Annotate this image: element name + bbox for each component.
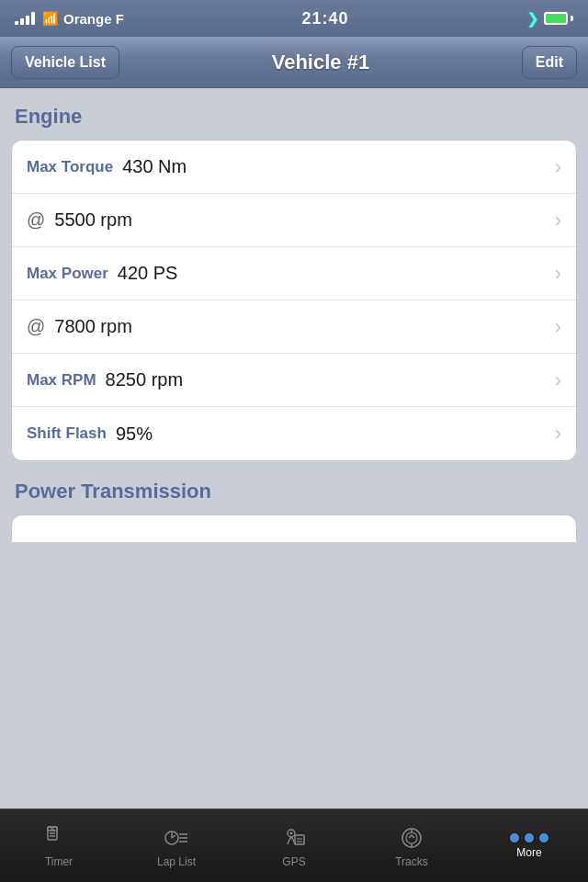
max-rpm-value: 8250 rpm bbox=[106, 369, 184, 390]
at-symbol: @ bbox=[27, 316, 45, 337]
shift-flash-label: Shift Flash bbox=[27, 424, 107, 443]
timer-tab-label: Timer bbox=[45, 855, 73, 868]
chevron-right-icon: › bbox=[555, 262, 561, 286]
chevron-right-icon: › bbox=[555, 155, 561, 179]
shift-flash-value: 95% bbox=[116, 424, 153, 445]
chevron-right-icon: › bbox=[555, 422, 561, 446]
max-power-value: 420 PS bbox=[118, 263, 178, 284]
max-torque-row[interactable]: Max Torque 430 Nm › bbox=[12, 141, 576, 194]
chevron-right-icon: › bbox=[555, 209, 561, 232]
content-area: Engine Max Torque 430 Nm › @ 5500 rpm › … bbox=[0, 88, 588, 808]
power-card-partial bbox=[11, 514, 577, 542]
power-rpm-row[interactable]: @ 7800 rpm › bbox=[12, 300, 576, 354]
power-rpm-value: 7800 rpm bbox=[54, 316, 132, 337]
tab-tracks[interactable]: Tracks bbox=[353, 809, 470, 882]
svg-rect-14 bbox=[295, 835, 304, 844]
max-rpm-row[interactable]: Max RPM 8250 rpm › bbox=[12, 354, 576, 407]
chevron-right-icon: › bbox=[555, 368, 561, 392]
status-time: 21:40 bbox=[301, 9, 348, 28]
torque-rpm-value: 5500 rpm bbox=[54, 209, 132, 231]
battery-indicator bbox=[544, 12, 573, 25]
max-torque-label: Max Torque bbox=[27, 158, 113, 176]
row-left: Shift Flash 95% bbox=[27, 424, 153, 445]
timer-icon bbox=[45, 824, 73, 852]
gps-icon bbox=[280, 824, 308, 852]
torque-rpm-row[interactable]: @ 5500 rpm › bbox=[12, 194, 576, 247]
row-left: Max Torque 430 Nm bbox=[27, 156, 187, 177]
tab-laplist[interactable]: Lap List bbox=[118, 809, 235, 882]
tracks-icon bbox=[398, 824, 425, 852]
tab-more[interactable]: More bbox=[470, 809, 588, 882]
svg-rect-4 bbox=[48, 827, 51, 831]
row-left: @ 5500 rpm bbox=[27, 209, 132, 231]
back-button[interactable]: Vehicle List bbox=[11, 46, 119, 79]
location-icon: ❯ bbox=[526, 10, 538, 28]
gps-tab-label: GPS bbox=[282, 855, 305, 868]
engine-card: Max Torque 430 Nm › @ 5500 rpm › Max Pow… bbox=[11, 140, 577, 461]
svg-point-13 bbox=[290, 831, 293, 834]
laplist-tab-label: Lap List bbox=[157, 855, 196, 868]
status-right: ❯ bbox=[526, 10, 573, 28]
status-left: 📶 Orange F bbox=[15, 11, 124, 27]
more-dots-icon bbox=[510, 833, 548, 842]
tab-bar: Timer Lap List GPS bbox=[0, 808, 588, 882]
shift-flash-row[interactable]: Shift Flash 95% › bbox=[12, 407, 576, 460]
wifi-icon: 📶 bbox=[42, 11, 58, 26]
tracks-tab-label: Tracks bbox=[395, 855, 428, 868]
max-torque-value: 430 Nm bbox=[122, 156, 187, 177]
carrier-name: Orange F bbox=[63, 11, 124, 27]
signal-bars-icon bbox=[15, 12, 35, 25]
tab-timer[interactable]: Timer bbox=[0, 809, 118, 882]
row-left: @ 7800 rpm bbox=[27, 316, 132, 337]
edit-button[interactable]: Edit bbox=[522, 46, 577, 79]
row-left: Max RPM 8250 rpm bbox=[27, 369, 183, 390]
power-section-header: Power Transmission bbox=[11, 480, 577, 503]
row-left: Max Power 420 PS bbox=[27, 263, 177, 284]
page-title: Vehicle #1 bbox=[272, 51, 369, 74]
engine-section-header: Engine bbox=[11, 105, 577, 129]
tab-gps[interactable]: GPS bbox=[235, 809, 353, 882]
laplist-icon bbox=[163, 824, 190, 852]
max-power-row[interactable]: Max Power 420 PS › bbox=[12, 247, 576, 300]
chevron-right-icon: › bbox=[555, 315, 561, 339]
max-power-label: Max Power bbox=[27, 265, 108, 283]
svg-point-18 bbox=[406, 832, 417, 843]
nav-bar: Vehicle List Vehicle #1 Edit bbox=[0, 37, 588, 88]
status-bar: 📶 Orange F 21:40 ❯ bbox=[0, 0, 588, 37]
more-tab-label: More bbox=[516, 846, 541, 859]
svg-rect-5 bbox=[53, 827, 57, 831]
max-rpm-label: Max RPM bbox=[27, 371, 96, 390]
at-symbol: @ bbox=[27, 209, 45, 231]
